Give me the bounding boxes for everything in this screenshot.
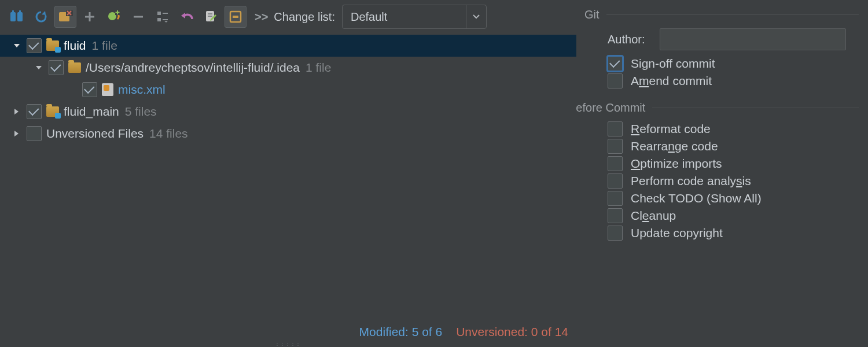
svg-rect-9 — [157, 18, 161, 21]
expand-toggle[interactable] — [10, 108, 23, 115]
modified-status: Modified: 5 of 6 — [359, 325, 443, 339]
tree-node-unversioned[interactable]: Unversioned Files 14 files — [0, 123, 576, 145]
node-label: misc.xml — [118, 83, 165, 97]
changelist-label: Change list: — [274, 10, 335, 24]
checkbox[interactable] — [608, 208, 623, 223]
remove-icon[interactable] — [127, 6, 149, 28]
edit-source-icon[interactable] — [200, 6, 222, 28]
author-label: Author: — [608, 33, 660, 46]
expand-toggle[interactable] — [32, 64, 45, 71]
checkbox[interactable] — [608, 56, 623, 71]
svg-rect-2 — [12, 10, 14, 13]
checkbox[interactable] — [27, 126, 42, 141]
unversioned-status: Unversioned: 0 of 14 — [456, 325, 568, 339]
toolbar-overflow-icon[interactable]: >> — [249, 10, 271, 24]
node-count: 1 file — [306, 61, 331, 75]
check-todo-option[interactable]: Check TODO (Show All) — [608, 191, 859, 206]
checkbox[interactable] — [608, 139, 623, 154]
node-label: fluid — [64, 39, 86, 53]
expand-collapse-icon[interactable] — [225, 6, 247, 28]
node-count: 14 files — [149, 127, 188, 141]
expand-toggle[interactable] — [10, 130, 23, 137]
checkbox[interactable] — [608, 191, 623, 206]
checkbox[interactable] — [49, 60, 64, 75]
checkbox[interactable] — [608, 73, 623, 88]
svg-rect-0 — [10, 12, 16, 21]
before-commit-header: Before Commit — [568, 101, 859, 115]
checkbox[interactable] — [608, 121, 623, 136]
folder-icon — [68, 62, 81, 73]
chevron-down-icon — [466, 5, 486, 28]
code-analysis-option[interactable]: Perform code analysis — [608, 174, 859, 189]
tree-node-misc-xml[interactable]: misc.xml — [0, 79, 576, 101]
status-bar: Modified: 5 of 6 Unversioned: 0 of 14 — [0, 320, 576, 342]
add-icon[interactable] — [79, 6, 101, 28]
checkbox[interactable] — [27, 38, 42, 53]
svg-rect-3 — [19, 10, 21, 13]
svg-rect-1 — [17, 12, 23, 21]
amend-option[interactable]: Amend commit — [608, 73, 859, 88]
reformat-option[interactable]: Reformat code — [608, 121, 859, 136]
new-changelist-icon[interactable] — [103, 6, 125, 28]
checkbox[interactable] — [608, 174, 623, 189]
author-row: Author: — [608, 28, 859, 50]
svg-point-6 — [108, 12, 116, 20]
sign-off-option[interactable]: Sign-off commit — [608, 56, 859, 71]
node-label: Unversioned Files — [46, 127, 144, 141]
changelist-value: Default — [343, 10, 466, 24]
changelist-combo[interactable]: Default — [342, 5, 487, 29]
module-folder-icon — [46, 40, 59, 51]
show-diff-icon[interactable] — [6, 6, 28, 28]
undo-icon[interactable] — [176, 6, 198, 28]
rollback-icon[interactable] — [54, 6, 76, 28]
checkbox[interactable] — [608, 156, 623, 171]
rearrange-option[interactable]: Rearrange code — [608, 139, 859, 154]
resize-grip[interactable]: : : : : : — [0, 341, 576, 347]
refresh-icon[interactable] — [30, 6, 52, 28]
svg-rect-12 — [233, 16, 238, 18]
node-label: fluid_main — [64, 105, 119, 119]
optimize-imports-option[interactable]: Optimize imports — [608, 156, 859, 171]
checkbox[interactable] — [27, 104, 42, 119]
tree-node-fluid[interactable]: fluid 1 file — [0, 35, 576, 57]
checkbox[interactable] — [608, 226, 623, 241]
group-by-icon[interactable] — [152, 6, 174, 28]
node-count: 1 file — [92, 39, 117, 53]
node-label: /Users/andreycheptsov/intellij-fluid/.id… — [86, 61, 300, 75]
commit-options-panel: Git Author: Sign-off commit Amend commit… — [576, 0, 868, 347]
node-count: 5 files — [125, 105, 157, 119]
cleanup-option[interactable]: Cleanup — [608, 208, 859, 223]
xml-file-icon — [102, 83, 113, 96]
checkbox[interactable] — [82, 82, 97, 97]
git-section-header: Git — [584, 8, 859, 21]
changes-tree: fluid 1 file /Users/andreycheptsov/intel… — [0, 35, 576, 320]
svg-rect-8 — [157, 12, 161, 15]
expand-toggle[interactable] — [10, 42, 23, 49]
module-folder-icon — [46, 106, 59, 117]
author-input[interactable] — [660, 28, 846, 50]
tree-node-idea-folder[interactable]: /Users/andreycheptsov/intellij-fluid/.id… — [0, 57, 576, 79]
commit-toolbar: >> Change list: Default — [0, 0, 576, 35]
update-copyright-option[interactable]: Update copyright — [608, 226, 859, 241]
tree-node-fluid-main[interactable]: fluid_main 5 files — [0, 101, 576, 123]
